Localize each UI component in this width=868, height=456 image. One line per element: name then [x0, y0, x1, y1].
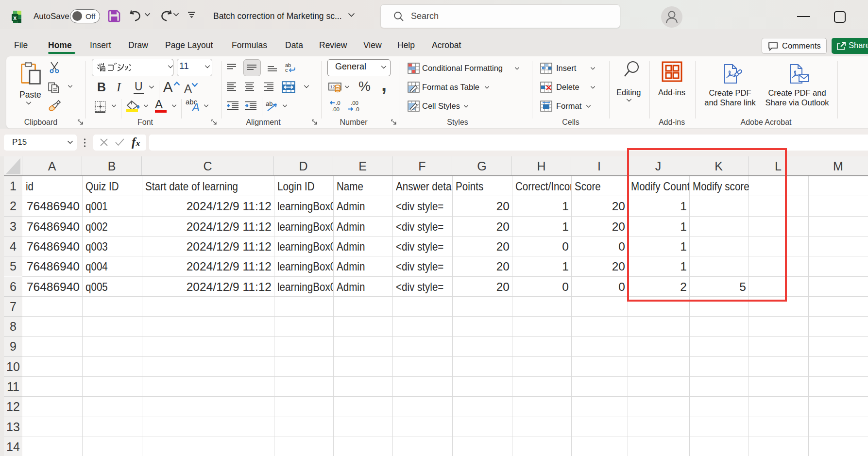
svg-text:.00: .00	[332, 106, 340, 112]
svg-text:.0: .0	[336, 100, 340, 106]
svg-text:.00: .00	[351, 100, 358, 106]
svg-text:ab: ab	[266, 100, 272, 107]
svg-text:x: x	[13, 15, 17, 21]
svg-text:c: c	[285, 67, 288, 73]
svg-text:.0: .0	[355, 106, 359, 112]
